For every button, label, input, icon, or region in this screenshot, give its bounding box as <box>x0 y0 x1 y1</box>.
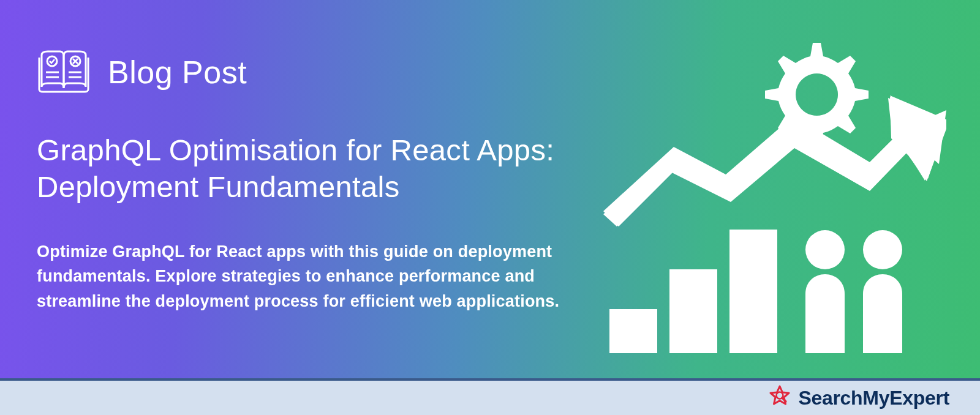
svg-marker-10 <box>603 110 946 226</box>
post-title: GraphQL Optimisation for React Apps: Dep… <box>37 132 576 206</box>
blog-banner: Blog Post GraphQL Optimisation for React… <box>0 0 980 378</box>
gear-icon <box>765 43 869 146</box>
svg-point-15 <box>805 230 845 269</box>
kicker-row: Blog Post <box>37 49 576 95</box>
growth-illustration <box>603 31 946 355</box>
bar-chart-icon <box>609 230 777 353</box>
post-description: Optimize GraphQL for React apps with thi… <box>37 239 576 314</box>
svg-marker-8 <box>890 97 946 181</box>
svg-line-18 <box>782 398 786 402</box>
brand-logo[interactable]: SearchMyExpert <box>767 384 949 411</box>
svg-point-16 <box>863 230 902 269</box>
star-magnifier-icon <box>767 384 792 411</box>
brand-name: SearchMyExpert <box>798 387 949 409</box>
svg-marker-11 <box>890 95 946 179</box>
kicker-label: Blog Post <box>108 54 247 91</box>
svg-rect-14 <box>729 230 777 353</box>
arrow-up-icon <box>603 97 946 226</box>
people-icon <box>805 230 902 353</box>
banner-content: Blog Post GraphQL Optimisation for React… <box>0 0 612 313</box>
book-icon <box>37 49 91 95</box>
footer-bar: SearchMyExpert <box>0 378 980 415</box>
svg-rect-12 <box>609 309 657 353</box>
svg-rect-13 <box>669 269 717 353</box>
svg-marker-9 <box>888 98 946 181</box>
